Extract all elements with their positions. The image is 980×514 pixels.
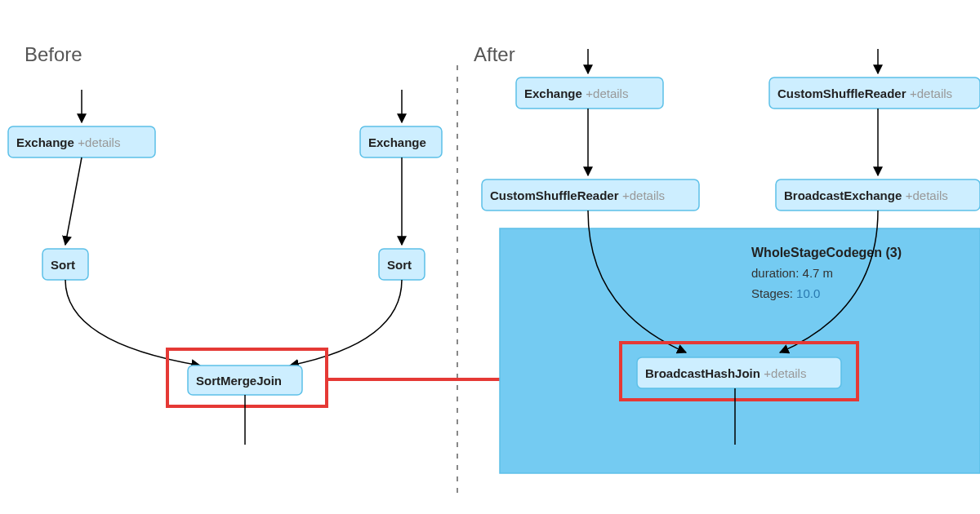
node-after-exchange[interactable]: Exchange +details <box>516 78 663 109</box>
svg-text:CustomShuffleReader +details: CustomShuffleReader +details <box>490 188 665 202</box>
stage-duration: duration: 4.7 m <box>751 266 833 280</box>
node-label: SortMergeJoin <box>196 374 282 388</box>
node-label: Sort <box>387 258 412 272</box>
node-after-csr-top[interactable]: CustomShuffleReader +details <box>769 78 980 109</box>
node-label: CustomShuffleReader <box>777 86 906 100</box>
stage-stages-link[interactable]: 10.0 <box>796 286 820 300</box>
node-label: Exchange <box>368 135 426 149</box>
stage-codegen-box <box>500 228 980 473</box>
details-link[interactable]: +details <box>622 188 665 202</box>
details-link[interactable]: +details <box>906 188 948 202</box>
node-label: BroadcastExchange <box>784 188 902 202</box>
svg-text:CustomShuffleReader +details: CustomShuffleReader +details <box>777 86 952 100</box>
heading-before: Before <box>24 43 82 65</box>
node-sort-left[interactable]: Sort <box>42 249 88 280</box>
svg-text:Stages: 10.0: Stages: 10.0 <box>751 286 820 300</box>
node-broadcast-hash-join[interactable]: BroadcastHashJoin +details <box>637 357 841 388</box>
svg-text:BroadcastExchange +details: BroadcastExchange +details <box>784 188 948 202</box>
node-after-csr-left[interactable]: CustomShuffleReader +details <box>482 179 699 210</box>
stage-title: WholeStageCodegen (3) <box>751 246 902 259</box>
svg-text:Exchange +details: Exchange +details <box>524 86 628 100</box>
node-sort-merge-join[interactable]: SortMergeJoin <box>188 366 302 395</box>
edge <box>65 280 200 366</box>
node-label: Sort <box>51 258 75 272</box>
heading-after: After <box>474 43 515 65</box>
node-label: Exchange <box>16 135 74 149</box>
svg-text:BroadcastHashJoin +details: BroadcastHashJoin +details <box>645 366 806 380</box>
node-label: BroadcastHashJoin <box>645 366 760 380</box>
details-link[interactable]: +details <box>764 366 806 380</box>
details-link[interactable]: +details <box>910 86 952 100</box>
details-link[interactable]: +details <box>586 86 628 100</box>
edge <box>65 157 82 245</box>
details-link[interactable]: +details <box>78 135 120 149</box>
node-after-broadcast-exchange[interactable]: BroadcastExchange +details <box>776 179 980 210</box>
node-exchange-left[interactable]: Exchange +details <box>8 126 155 157</box>
svg-text:Exchange +details: Exchange +details <box>16 135 120 149</box>
stage-stages-label: Stages: <box>751 286 796 300</box>
node-label: Exchange <box>524 86 582 100</box>
node-exchange-right[interactable]: Exchange <box>360 126 442 157</box>
node-sort-right[interactable]: Sort <box>379 249 425 280</box>
edge <box>290 280 402 366</box>
node-label: CustomShuffleReader <box>490 188 619 202</box>
